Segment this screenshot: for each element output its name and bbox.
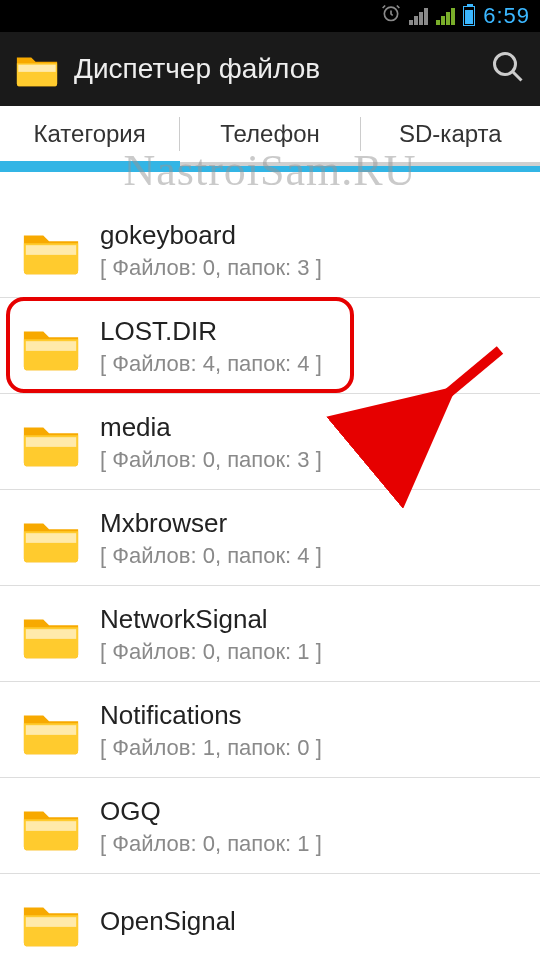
folder-name: LOST.DIR	[100, 316, 520, 347]
tab-label: Телефон	[220, 120, 320, 148]
folder-icon	[20, 800, 82, 854]
folder-icon	[20, 512, 82, 566]
folder-meta: [ Файлов: 0, папок: 3 ]	[100, 255, 520, 281]
tab-phone[interactable]: Телефон	[180, 106, 359, 162]
svg-rect-6	[26, 533, 76, 543]
folder-meta: [ Файлов: 0, папок: 4 ]	[100, 543, 520, 569]
tab-indicator	[0, 161, 180, 166]
list-item[interactable]: media [ Файлов: 0, папок: 3 ]	[0, 394, 540, 490]
folder-icon	[20, 320, 82, 374]
tab-label: Категория	[34, 120, 146, 148]
folder-meta: [ Файлов: 0, папок: 1 ]	[100, 831, 520, 857]
tab-sdcard[interactable]: SD-карта	[361, 106, 540, 162]
folder-name: Mxbrowser	[100, 508, 520, 539]
app-title: Диспетчер файлов	[74, 53, 476, 85]
svg-rect-5	[26, 437, 76, 447]
svg-rect-8	[26, 725, 76, 735]
app-bar: Диспетчер файлов	[0, 32, 540, 106]
folder-name: gokeyboard	[100, 220, 520, 251]
folder-name: OGQ	[100, 796, 520, 827]
folder-name: media	[100, 412, 520, 443]
folder-meta: [ Файлов: 1, папок: 0 ]	[100, 735, 520, 761]
list-item[interactable]: NetworkSignal [ Файлов: 0, папок: 1 ]	[0, 586, 540, 682]
folder-icon	[20, 224, 82, 278]
folder-meta: [ Файлов: 0, папок: 3 ]	[100, 447, 520, 473]
folder-icon	[20, 896, 82, 950]
svg-rect-3	[26, 245, 76, 255]
status-time: 6:59	[483, 3, 530, 29]
svg-point-2	[495, 54, 516, 75]
svg-rect-4	[26, 341, 76, 351]
alarm-icon	[381, 3, 401, 29]
list-item[interactable]: OpenSignal	[0, 874, 540, 960]
folder-icon	[20, 704, 82, 758]
folder-name: Notifications	[100, 700, 520, 731]
signal-icon-2	[436, 7, 455, 25]
svg-rect-1	[18, 65, 55, 72]
signal-icon-1	[409, 7, 428, 25]
list-item[interactable]: LOST.DIR [ Файлов: 4, папок: 4 ]	[0, 298, 540, 394]
list-item[interactable]: OGQ [ Файлов: 0, папок: 1 ]	[0, 778, 540, 874]
folder-list: gokeyboard [ Файлов: 0, папок: 3 ] LOST.…	[0, 202, 540, 960]
folder-icon	[20, 416, 82, 470]
status-bar: 6:59	[0, 0, 540, 32]
list-item[interactable]: Mxbrowser [ Файлов: 0, папок: 4 ]	[0, 490, 540, 586]
svg-rect-10	[26, 917, 76, 927]
tabs: Категория Телефон SD-карта	[0, 106, 540, 166]
spacer	[0, 172, 540, 202]
svg-rect-7	[26, 629, 76, 639]
tab-label: SD-карта	[399, 120, 502, 148]
list-item[interactable]: Notifications [ Файлов: 1, папок: 0 ]	[0, 682, 540, 778]
list-item[interactable]: gokeyboard [ Файлов: 0, папок: 3 ]	[0, 202, 540, 298]
search-icon[interactable]	[490, 49, 526, 89]
battery-icon	[463, 6, 475, 26]
folder-name: NetworkSignal	[100, 604, 520, 635]
folder-name: OpenSignal	[100, 906, 520, 937]
svg-rect-9	[26, 821, 76, 831]
app-icon	[14, 49, 60, 89]
folder-meta: [ Файлов: 4, папок: 4 ]	[100, 351, 520, 377]
tab-category[interactable]: Категория	[0, 106, 179, 162]
folder-icon	[20, 608, 82, 662]
folder-meta: [ Файлов: 0, папок: 1 ]	[100, 639, 520, 665]
